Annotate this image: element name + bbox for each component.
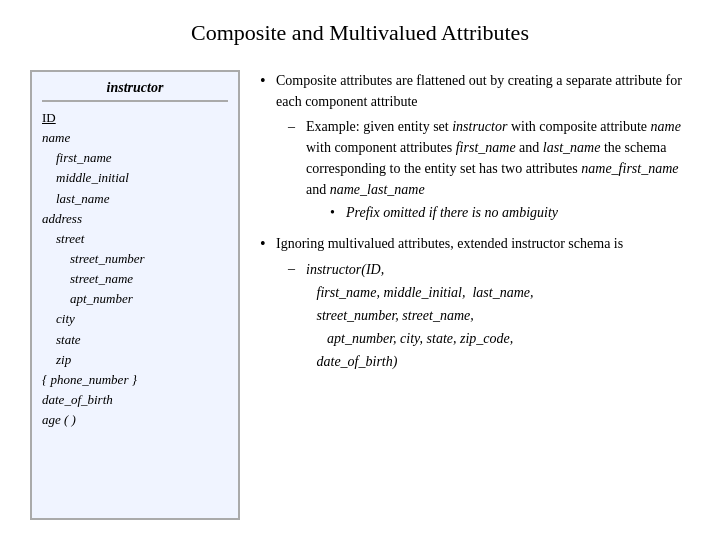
dash-symbol-2: – <box>288 258 306 373</box>
dash-2-1: – instructor(ID, first_name, middle_init… <box>288 258 690 373</box>
attributes-list: ID name first_name middle_initial last_n… <box>42 108 228 430</box>
page-title: Composite and Multivalued Attributes <box>30 20 690 46</box>
attr-middle-initial: middle_initial <box>56 168 228 188</box>
attr-street: street <box>56 229 228 249</box>
er-diagram: instructor ID name first_name middle_ini… <box>30 70 240 520</box>
sub-bullet-text-1: Prefix omitted if there is no ambiguity <box>346 202 558 223</box>
bullet-2-text: Ignoring multivalued attributes, extende… <box>276 236 623 251</box>
name-last-name-italic: name_last_name <box>330 182 425 197</box>
bullet-1: • Composite attributes are flattened out… <box>260 70 690 225</box>
entity-name: instructor <box>42 80 228 102</box>
instructor-italic: instructor <box>452 119 507 134</box>
schema-text: instructor(ID, first_name, middle_initia… <box>306 258 690 373</box>
sub-bullet-1: • Prefix omitted if there is no ambiguit… <box>330 202 690 223</box>
attr-street-number: street_number <box>70 249 228 269</box>
dash-symbol-1: – <box>288 116 306 223</box>
dash-1-1: – Example: given entity set instructor w… <box>288 116 690 223</box>
bullet-1-text: Composite attributes are flattened out b… <box>276 73 682 109</box>
attr-address: address <box>42 209 228 229</box>
attr-id: ID <box>42 108 228 128</box>
bullet-text-1: Composite attributes are flattened out b… <box>276 70 690 225</box>
attr-city: city <box>56 309 228 329</box>
attr-first-name: first_name <box>56 148 228 168</box>
attr-apt-number: apt_number <box>70 289 228 309</box>
bullet-dot-2: • <box>260 233 276 375</box>
first-name-italic: first_name <box>456 140 516 155</box>
name-italic: name <box>651 119 681 134</box>
attr-zip: zip <box>56 350 228 370</box>
attr-state: state <box>56 330 228 350</box>
attr-name: name <box>42 128 228 148</box>
text-content: • Composite attributes are flattened out… <box>260 70 690 520</box>
attr-phone-number: { phone_number } <box>42 370 228 390</box>
last-name-italic: last_name <box>543 140 601 155</box>
content-area: instructor ID name first_name middle_ini… <box>30 70 690 520</box>
attr-age: age ( ) <box>42 410 228 430</box>
attr-last-name: last_name <box>56 189 228 209</box>
bullet-2: • Ignoring multivalued attributes, exten… <box>260 233 690 375</box>
bullet-dot-1: • <box>260 70 276 225</box>
name-first-name-italic: name_first_name <box>581 161 678 176</box>
attr-street-name: street_name <box>70 269 228 289</box>
attr-date-of-birth: date_of_birth <box>42 390 228 410</box>
page: Composite and Multivalued Attributes ins… <box>0 0 720 540</box>
dash-text-1: Example: given entity set instructor wit… <box>306 116 690 223</box>
bullet-text-2: Ignoring multivalued attributes, extende… <box>276 233 690 375</box>
sub-bullet-dot-1: • <box>330 202 346 223</box>
